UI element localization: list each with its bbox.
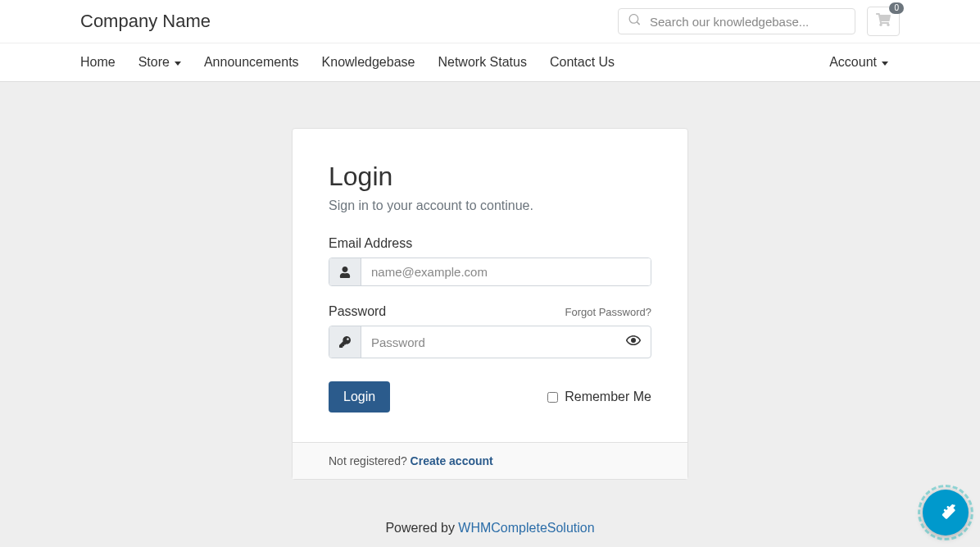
powered-by-text: Powered by: [385, 521, 458, 535]
key-icon: [329, 326, 361, 358]
whmcs-link[interactable]: WHMCompleteSolution: [458, 521, 594, 535]
remember-me-checkbox[interactable]: [547, 392, 558, 403]
search-icon: [628, 14, 650, 29]
toggle-password-visibility[interactable]: [616, 326, 651, 358]
nav-network-status[interactable]: Network Status: [426, 43, 538, 81]
login-button[interactable]: Login: [329, 381, 390, 413]
chevron-down-icon: [882, 62, 888, 66]
search-box[interactable]: [618, 8, 855, 34]
remember-me-label[interactable]: Remember Me: [547, 390, 651, 404]
create-account-link[interactable]: Create account: [411, 454, 493, 467]
forgot-password-link[interactable]: Forgot Password?: [565, 306, 652, 318]
eye-icon: [626, 333, 641, 351]
search-input[interactable]: [650, 15, 845, 29]
nav-knowledgebase[interactable]: Knowledgebase: [311, 43, 427, 81]
cart-button[interactable]: 0: [867, 7, 900, 36]
login-title: Login: [329, 162, 651, 192]
nav-store-label: Store: [138, 55, 170, 70]
company-brand[interactable]: Company Name: [80, 11, 211, 32]
not-registered-text: Not registered?: [329, 454, 411, 467]
nav-home[interactable]: Home: [80, 43, 127, 81]
cart-count-badge: 0: [889, 2, 904, 14]
nav-store[interactable]: Store: [127, 43, 193, 81]
chevron-down-icon: [175, 62, 181, 66]
remember-me-text: Remember Me: [565, 390, 651, 404]
cart-icon: [876, 12, 891, 30]
login-card: Login Sign in to your account to continu…: [292, 128, 688, 480]
nav-account-label: Account: [829, 55, 877, 70]
password-label: Password: [329, 304, 386, 319]
password-input[interactable]: [361, 326, 616, 358]
chat-widget-button[interactable]: [923, 490, 969, 536]
user-icon: [329, 258, 361, 285]
email-label: Email Address: [329, 236, 651, 251]
nav-contact-us[interactable]: Contact Us: [538, 43, 626, 81]
nav-account[interactable]: Account: [829, 43, 900, 81]
nav-announcements[interactable]: Announcements: [193, 43, 311, 81]
login-subtitle: Sign in to your account to continue.: [329, 198, 651, 213]
email-input[interactable]: [361, 258, 651, 285]
wave-icon: [933, 499, 958, 526]
